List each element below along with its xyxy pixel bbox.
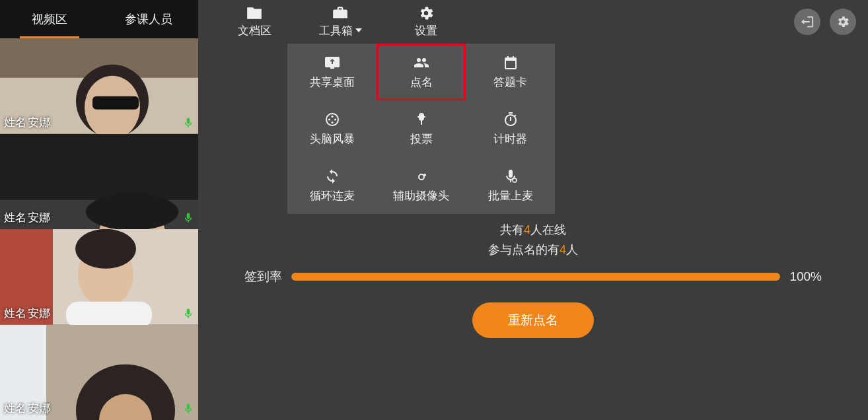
main-area: 文档区 工具箱 设置 — [198, 0, 868, 420]
app-root: 视频区 参课人员 姓名 安娜 — [0, 0, 868, 420]
mic-on-icon — [182, 116, 194, 130]
gear-icon — [417, 6, 435, 20]
content: 共有4人在线 参与点名的有4人 签到率 100% 重新点名 — [198, 44, 868, 420]
settings-button[interactable]: 设置 — [383, 0, 469, 44]
gear-icon — [836, 15, 850, 29]
progress-row: 签到率 100% — [244, 268, 822, 285]
svg-point-8 — [86, 193, 178, 229]
progress-fill — [291, 273, 780, 281]
online-line: 共有4人在线 — [244, 222, 822, 238]
participated-line: 参与点名的有4人 — [244, 242, 822, 258]
tile-name-label: 姓名 安娜 — [4, 306, 50, 321]
video-tile[interactable]: 姓名 安娜 — [0, 134, 198, 230]
topbar: 文档区 工具箱 设置 — [198, 0, 868, 44]
folder-icon — [246, 6, 263, 20]
rollcall-result: 共有4人在线 参与点名的有4人 签到率 100% 重新点名 — [198, 222, 868, 338]
video-tile[interactable]: 姓名 安娜 — [0, 325, 198, 421]
redo-rollcall-button[interactable]: 重新点名 — [472, 302, 594, 338]
exit-button[interactable] — [794, 9, 820, 35]
progress-bar — [291, 273, 780, 281]
tab-participants[interactable]: 参课人员 — [99, 0, 198, 38]
tab-video-area[interactable]: 视频区 — [0, 0, 99, 38]
percent-text: 100% — [789, 269, 822, 284]
mic-on-icon — [182, 306, 194, 321]
tile-name-label: 姓名 安娜 — [4, 115, 50, 130]
sidebar: 视频区 参课人员 姓名 安娜 — [0, 0, 198, 420]
chevron-down-icon — [355, 28, 362, 32]
settings-circle-button[interactable] — [830, 9, 856, 35]
toolbox-button[interactable]: 工具箱 — [297, 0, 383, 44]
svg-rect-4 — [92, 96, 139, 110]
video-tile[interactable]: 姓名 安娜 — [0, 38, 198, 134]
sidebar-tabs: 视频区 参课人员 — [0, 0, 198, 38]
svg-rect-13 — [66, 302, 152, 325]
video-tile[interactable]: 姓名 安娜 — [0, 229, 198, 325]
docs-button[interactable]: 文档区 — [211, 0, 297, 44]
tile-name-label: 姓名 安娜 — [4, 401, 50, 416]
toolbox-icon — [332, 6, 349, 20]
mic-on-icon — [182, 402, 194, 416]
tile-name-label: 姓名 安娜 — [4, 210, 50, 225]
rate-label: 签到率 — [244, 268, 282, 285]
svg-point-12 — [75, 229, 136, 269]
topbar-right — [794, 0, 856, 44]
exit-icon — [800, 15, 814, 29]
topbar-left: 文档区 工具箱 设置 — [211, 0, 469, 44]
mic-on-icon — [182, 211, 194, 225]
video-list: 姓名 安娜 姓名 安娜 — [0, 38, 198, 420]
